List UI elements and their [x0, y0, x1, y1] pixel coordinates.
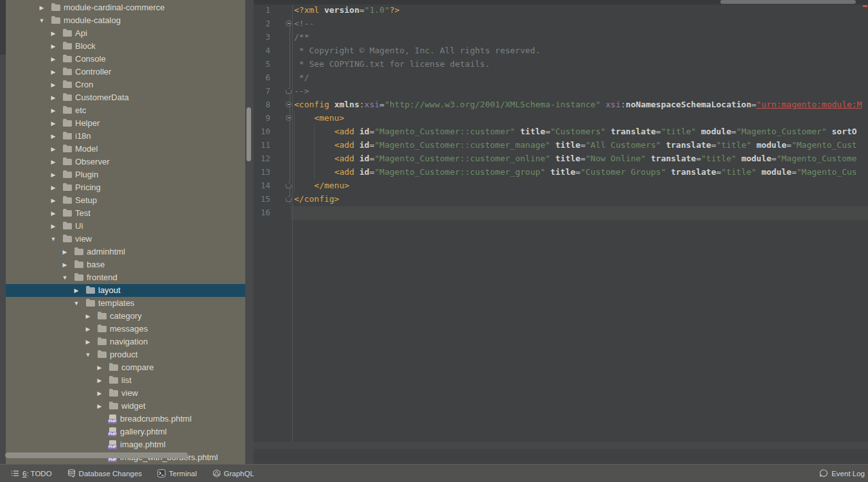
- tree-vertical-scrollbar[interactable]: [247, 107, 251, 161]
- tree-item-test[interactable]: ▶Test: [0, 207, 246, 220]
- chevron-right-icon[interactable]: ▶: [72, 284, 81, 297]
- tree-item-list[interactable]: ▶list: [0, 374, 246, 387]
- fold-end-icon[interactable]: [286, 84, 292, 98]
- status-item--todo[interactable]: 6: TODO: [11, 469, 52, 478]
- tree-item-view[interactable]: ▼view: [0, 233, 246, 245]
- editor-top-scroll-thumb[interactable]: [720, 0, 856, 4]
- chevron-right-icon[interactable]: ▶: [49, 104, 58, 117]
- tree-item-widget[interactable]: ▶widget: [0, 400, 246, 413]
- tree-horizontal-scrollbar[interactable]: [5, 452, 188, 458]
- chevron-right-icon[interactable]: ▶: [95, 374, 104, 387]
- tree-item-etc[interactable]: ▶etc: [0, 104, 246, 117]
- chevron-right-icon[interactable]: ▶: [49, 78, 58, 91]
- tree-item-category[interactable]: ▶category: [0, 310, 246, 323]
- chevron-right-icon[interactable]: ▶: [83, 310, 92, 323]
- chevron-right-icon[interactable]: ▶: [49, 156, 58, 168]
- tree-item-plugin[interactable]: ▶Plugin: [0, 168, 246, 181]
- tree-item-navigation[interactable]: ▶navigation: [0, 335, 246, 348]
- code-line-7[interactable]: -->: [294, 84, 309, 98]
- fold-end-icon[interactable]: [286, 192, 292, 206]
- chevron-down-icon[interactable]: ▼: [60, 271, 69, 284]
- status-item-terminal[interactable]: Terminal: [157, 469, 196, 478]
- code-editor[interactable]: 12345678910111213141516 <?xml version="1…: [254, 0, 868, 464]
- chevron-right-icon[interactable]: ▶: [95, 387, 104, 400]
- tree-item-helper[interactable]: ▶Helper: [0, 117, 246, 130]
- tree-item-messages[interactable]: ▶messages: [0, 323, 246, 335]
- fold-collapse-icon[interactable]: [286, 98, 292, 111]
- tree-item-module-catalog[interactable]: ▼module-catalog: [0, 14, 246, 27]
- editor-horizontal-scrollbar-track[interactable]: [254, 442, 868, 449]
- tree-item-model[interactable]: ▶Model: [0, 143, 246, 156]
- chevron-right-icon[interactable]: ▶: [49, 207, 58, 220]
- tree-item-view[interactable]: ▶view: [0, 387, 246, 400]
- tree-item-product[interactable]: ▼product: [0, 348, 246, 361]
- fold-collapse-icon[interactable]: [286, 17, 292, 30]
- tree-item-ui[interactable]: ▶Ui: [0, 220, 246, 233]
- chevron-right-icon[interactable]: ▶: [49, 53, 58, 66]
- code-line-10[interactable]: <add id="Magento_Customer::customer" tit…: [294, 125, 857, 138]
- chevron-right-icon[interactable]: ▶: [49, 40, 58, 53]
- tree-item-adminhtml[interactable]: ▶adminhtml: [0, 245, 246, 258]
- chevron-right-icon[interactable]: ▶: [83, 335, 92, 348]
- code-line-12[interactable]: <add id="Magento_Customer::customer_onli…: [294, 152, 857, 165]
- chevron-down-icon[interactable]: ▼: [72, 297, 81, 310]
- chevron-right-icon[interactable]: ▶: [49, 91, 58, 104]
- project-tree-panel[interactable]: ▶module-cardinal-commerce▼module-catalog…: [0, 0, 246, 464]
- chevron-right-icon[interactable]: ▶: [49, 181, 58, 194]
- chevron-right-icon[interactable]: ▶: [49, 194, 58, 207]
- tree-item-templates[interactable]: ▼templates: [0, 297, 246, 310]
- tree-item-block[interactable]: ▶Block: [0, 40, 246, 53]
- tree-item-observer[interactable]: ▶Observer: [0, 156, 246, 168]
- chevron-right-icon[interactable]: ▶: [37, 1, 46, 14]
- tree-item-console[interactable]: ▶Console: [0, 53, 246, 66]
- chevron-right-icon[interactable]: ▶: [49, 143, 58, 156]
- code-line-2[interactable]: <!--: [294, 17, 314, 30]
- fold-end-icon[interactable]: [286, 179, 292, 192]
- tree-item-base[interactable]: ▶base: [0, 258, 246, 271]
- code-line-4[interactable]: * Copyright © Magento, Inc. All rights r…: [294, 44, 541, 57]
- chevron-right-icon[interactable]: ▶: [49, 130, 58, 143]
- tree-item-module-cardinal-commerce[interactable]: ▶module-cardinal-commerce: [0, 1, 246, 14]
- tree-item-layout[interactable]: ▶layout: [0, 284, 246, 297]
- status-item-graphql[interactable]: GraphQL: [213, 469, 254, 478]
- tree-item-frontend[interactable]: ▼frontend: [0, 271, 246, 284]
- chevron-right-icon[interactable]: ▶: [49, 168, 58, 181]
- tree-item-setup[interactable]: ▶Setup: [0, 194, 246, 207]
- panel-splitter[interactable]: [245, 0, 254, 464]
- fold-collapse-icon[interactable]: [286, 111, 292, 125]
- chevron-right-icon[interactable]: ▶: [95, 400, 104, 413]
- code-line-6[interactable]: */: [294, 71, 309, 84]
- code-line-5[interactable]: * See COPYING.txt for license details.: [294, 57, 490, 71]
- tree-item-i18n[interactable]: ▶i18n: [0, 130, 246, 143]
- code-line-9[interactable]: <menu>: [294, 111, 344, 125]
- tree-item-api[interactable]: ▶Api: [0, 27, 246, 40]
- chevron-down-icon[interactable]: ▼: [37, 14, 46, 27]
- chevron-right-icon[interactable]: ▶: [49, 220, 58, 233]
- code-line-11[interactable]: <add id="Magento_Customer::customer_mana…: [294, 138, 857, 152]
- chevron-right-icon[interactable]: ▶: [60, 258, 69, 271]
- chevron-right-icon[interactable]: ▶: [60, 245, 69, 258]
- chevron-right-icon[interactable]: ▶: [49, 27, 58, 40]
- tree-item-customerdata[interactable]: ▶CustomerData: [0, 91, 246, 104]
- tree-item-compare[interactable]: ▶compare: [0, 361, 246, 374]
- chevron-right-icon[interactable]: ▶: [49, 117, 58, 130]
- code-line-15[interactable]: </config>: [294, 192, 339, 206]
- status-item-event-log[interactable]: Event Log: [819, 469, 865, 478]
- code-line-1[interactable]: <?xml version="1.0"?>: [294, 3, 399, 17]
- tree-item-gallery-phtml[interactable]: PHPgallery.phtml: [0, 425, 246, 438]
- chevron-right-icon[interactable]: ▶: [49, 66, 58, 78]
- chevron-down-icon[interactable]: ▼: [49, 233, 58, 245]
- tree-item-image-phtml[interactable]: PHPimage.phtml: [0, 438, 246, 451]
- tree-item-cron[interactable]: ▶Cron: [0, 78, 246, 91]
- chevron-right-icon[interactable]: ▶: [83, 323, 92, 335]
- code-line-3[interactable]: /**: [294, 30, 309, 44]
- tree-item-pricing[interactable]: ▶Pricing: [0, 181, 246, 194]
- chevron-right-icon[interactable]: ▶: [95, 361, 104, 374]
- status-item-database-changes[interactable]: Database Changes: [67, 469, 142, 478]
- error-stripe-mark[interactable]: [863, 5, 867, 7]
- code-line-8[interactable]: <config xmlns:xsi="http://www.w3.org/200…: [294, 98, 862, 111]
- tree-item-breadcrumbs-phtml[interactable]: PHPbreadcrumbs.phtml: [0, 413, 246, 425]
- code-line-13[interactable]: <add id="Magento_Customer::customer_grou…: [294, 165, 857, 179]
- code-line-14[interactable]: </menu>: [294, 179, 349, 192]
- chevron-down-icon[interactable]: ▼: [83, 348, 92, 361]
